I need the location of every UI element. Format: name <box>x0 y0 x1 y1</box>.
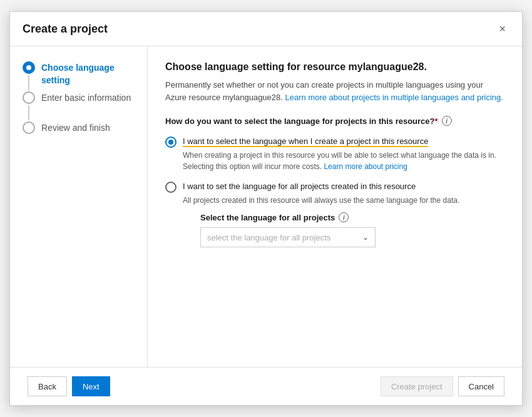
sidebar: Choose language setting Enter basic info… <box>10 46 148 367</box>
dropdown-placeholder: select the language for all projects <box>207 233 330 242</box>
chevron-down-icon: ⌄ <box>362 233 369 242</box>
main-content: Choose language setting for resource myl… <box>148 46 522 367</box>
next-button[interactable]: Next <box>72 376 110 396</box>
select-language-label: Select the language for all projects <box>200 213 335 222</box>
radio-1-inner <box>168 140 173 145</box>
question-row: How do you want to select the language f… <box>165 116 504 126</box>
step-label-1: Choose language setting <box>41 61 135 86</box>
step-connector-2 <box>28 105 29 120</box>
main-title: Choose language setting for resource myl… <box>165 61 504 73</box>
question-label: How do you want to select the language f… <box>165 116 438 126</box>
back-button[interactable]: Back <box>28 376 67 396</box>
step-label-3: Review and finish <box>41 121 110 135</box>
step-item-1: Choose language setting <box>23 61 135 91</box>
footer-right: Create project Cancel <box>381 376 504 396</box>
step-left-1 <box>23 61 35 91</box>
step-label-2: Enter basic information <box>41 91 131 105</box>
step-left-2 <box>23 91 35 121</box>
radio-option-1[interactable]: I want to select the language when I cre… <box>165 136 504 172</box>
radio-1-content: I want to select the language when I cre… <box>183 136 504 172</box>
radio-1-label: I want to select the language when I cre… <box>183 136 428 147</box>
select-language-section: Select the language for all projects i s… <box>200 212 504 247</box>
cancel-button[interactable]: Cancel <box>458 376 504 396</box>
dialog-footer: Back Next Create project Cancel <box>10 367 522 405</box>
select-label-row: Select the language for all projects i <box>200 212 504 222</box>
radio-2-label: I want to set the language for all proje… <box>183 182 416 191</box>
step-circle-3 <box>23 121 35 134</box>
select-info-icon[interactable]: i <box>339 212 349 222</box>
radio-1[interactable] <box>165 136 176 148</box>
radio-1-desc: When creating a project in this resource… <box>183 150 504 172</box>
step-left-3 <box>23 121 35 134</box>
step-item-2: Enter basic information <box>23 91 135 121</box>
create-project-dialog: Create a project × Choose language setti… <box>9 11 523 406</box>
radio-2-desc: All projects created in this resource wi… <box>183 195 504 206</box>
step-item-3: Review and finish <box>23 121 135 135</box>
dialog-title: Create a project <box>23 23 108 36</box>
pricing-link[interactable]: Learn more about pricing <box>324 162 407 171</box>
radio-2-content: I want to set the language for all proje… <box>183 181 504 247</box>
radio-2[interactable] <box>165 182 176 193</box>
dialog-body: Choose language setting Enter basic info… <box>10 46 522 367</box>
question-info-icon[interactable]: i <box>442 116 452 126</box>
step-connector-1 <box>28 75 29 90</box>
step-circle-1 <box>23 61 35 74</box>
create-project-button: Create project <box>381 376 453 396</box>
radio-option-2[interactable]: I want to set the language for all proje… <box>165 181 504 247</box>
dialog-header: Create a project × <box>10 12 522 46</box>
close-button[interactable]: × <box>495 22 509 36</box>
learn-more-link[interactable]: Learn more about projects in multiple la… <box>285 93 503 102</box>
step-circle-2 <box>23 91 35 104</box>
main-description: Permanently set whether or not you can c… <box>165 79 504 103</box>
language-dropdown[interactable]: select the language for all projects ⌄ <box>200 227 376 247</box>
